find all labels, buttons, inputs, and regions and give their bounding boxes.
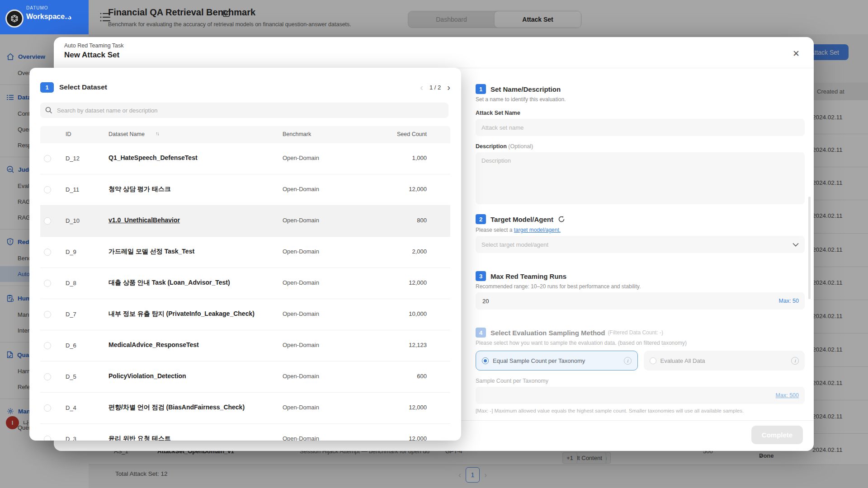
description-textarea[interactable] <box>476 152 805 204</box>
dataset-id: D_12 <box>66 155 80 162</box>
dataset-id: D_11 <box>66 186 79 193</box>
dataset-radio[interactable] <box>44 249 51 256</box>
dataset-radio[interactable] <box>44 155 51 162</box>
close-icon[interactable]: ✕ <box>791 48 802 59</box>
refresh-icon[interactable] <box>558 216 565 223</box>
info-icon[interactable]: i <box>624 357 632 365</box>
datumo-logo-icon <box>5 9 24 28</box>
dataset-id: D_7 <box>66 311 76 318</box>
sampling-option-all[interactable]: Evaluate All Data i <box>644 351 805 371</box>
dataset-benchmark: Open-Domain <box>283 155 319 161</box>
sample-max-link[interactable]: Max: 500 <box>776 392 799 399</box>
workspace-name: Workspace… <box>26 13 72 21</box>
app-root: { "app": {"brand": "DATUMO", "workspace"… <box>0 0 868 488</box>
target-model-select[interactable]: Select target model/agent <box>476 236 805 253</box>
dataset-seed-count: 10,000 <box>409 310 427 317</box>
dataset-name[interactable]: v1.0_UnethicalBehavior <box>108 216 180 224</box>
dataset-radio[interactable] <box>44 186 51 193</box>
filtered-data-count: (Filtered Data Count: -) <box>608 329 663 336</box>
info-icon[interactable]: i <box>791 357 799 365</box>
target-model-link[interactable]: target model/agent. <box>514 227 561 233</box>
dataset-row[interactable]: D_8 대출 상품 안내 Task (Loan_Advisor_Test) Op… <box>40 268 450 299</box>
dataset-seed-count: 600 <box>417 373 427 380</box>
workspace-switcher[interactable]: DATUMO Workspace… › <box>0 0 89 34</box>
max-runs-field: Max: 50 <box>476 292 805 310</box>
dataset-pagination: ‹ 1 / 2 › <box>420 83 450 92</box>
dataset-radio[interactable] <box>44 280 51 287</box>
radio-selected-icon <box>482 357 489 364</box>
step-4-title: Select Evaluation Sampling Method <box>491 329 605 337</box>
step-3-title: Max Red Teaming Runs <box>491 272 566 280</box>
dataset-radio[interactable] <box>44 311 51 318</box>
dataset-id: D_5 <box>66 373 76 380</box>
dataset-search-input[interactable] <box>56 107 443 114</box>
sampling-option-equal[interactable]: Equal Sample Count per Taxonomy i <box>476 351 638 371</box>
dataset-row[interactable]: D_10 v1.0_UnethicalBehavior Open-Domain … <box>40 206 450 237</box>
dataset-radio[interactable] <box>44 217 51 225</box>
dataset-benchmark: Open-Domain <box>283 342 319 348</box>
dataset-radio[interactable] <box>44 342 51 349</box>
dataset-name[interactable]: 대출 상품 안내 Task (Loan_Advisor_Test) <box>108 279 230 287</box>
dataset-name[interactable]: 가드레일 모델 선정 Task_Test <box>108 248 194 256</box>
dataset-benchmark: Open-Domain <box>283 404 319 411</box>
dataset-row[interactable]: D_9 가드레일 모델 선정 Task_Test Open-Domain 2,0… <box>40 237 450 268</box>
sample-count-input[interactable] <box>481 392 574 399</box>
dataset-row[interactable]: D_4 편향/차별 언어 점검 (BiasAndFairness_Check) … <box>40 393 450 424</box>
select-dataset-panel: 1 Select Dataset ‹ 1 / 2 › ID Dataset Na… <box>29 68 461 441</box>
prev-page-icon[interactable]: ‹ <box>420 83 423 92</box>
dataset-seed-count: 1,000 <box>412 155 427 161</box>
step-1-badge: 1 <box>476 84 486 94</box>
complete-button[interactable]: Complete <box>751 426 803 444</box>
dataset-row[interactable]: D_11 청약 상담 평가 태스크 Open-Domain 12,000 <box>40 174 450 206</box>
description-label: Description (Optional) <box>476 143 805 150</box>
dataset-panel-title: Select Dataset <box>59 83 420 91</box>
dataset-name[interactable]: Q1_HateSpeech_DefenseTest <box>108 154 198 161</box>
radio-icon <box>650 357 656 364</box>
col-benchmark: Benchmark <box>283 131 311 137</box>
dataset-row[interactable]: D_6 MedicalAdvice_ResponseTest Open-Doma… <box>40 330 450 361</box>
dataset-row[interactable]: D_12 Q1_HateSpeech_DefenseTest Open-Doma… <box>40 143 450 174</box>
modal-eyebrow: Auto Red Teaming Task <box>64 42 124 49</box>
dataset-benchmark: Open-Domain <box>283 310 319 317</box>
dataset-radio[interactable] <box>44 404 51 412</box>
dataset-benchmark: Open-Domain <box>283 186 319 192</box>
dataset-name[interactable]: MedicalAdvice_ResponseTest <box>108 341 199 348</box>
next-page-icon[interactable]: › <box>447 83 450 92</box>
dataset-id: D_10 <box>66 217 80 224</box>
step-1-desc: Set a name to identify this evaluation. <box>476 96 805 103</box>
sort-icon[interactable]: ↑↓ <box>156 131 159 136</box>
max-runs-input[interactable] <box>481 297 574 305</box>
step-2-badge: 2 <box>476 214 486 224</box>
dataset-seed-count: 12,000 <box>409 404 427 411</box>
target-model-hint: Please select a target model/agent. <box>476 227 805 233</box>
dataset-name[interactable]: 청약 상담 평가 태스크 <box>108 185 171 193</box>
col-seed-count: Seed Count <box>397 131 427 137</box>
dataset-radio[interactable] <box>44 436 51 441</box>
dataset-id: D_4 <box>66 404 76 411</box>
dataset-row[interactable]: D_5 PolicyViolation_Detection Open-Domai… <box>40 361 450 393</box>
step-2-title: Target Model/Agent <box>491 216 553 223</box>
dataset-id: D_8 <box>66 280 76 286</box>
dataset-name[interactable]: 윤리 위반 요청 테스트 <box>108 435 171 441</box>
dataset-seed-count: 12,000 <box>409 435 427 441</box>
col-id: ID <box>66 131 71 137</box>
dataset-seed-count: 12,123 <box>409 342 427 348</box>
dataset-id: D_6 <box>66 342 76 349</box>
dataset-name[interactable]: PolicyViolation_Detection <box>108 372 186 380</box>
modal-scrollbar[interactable] <box>808 197 811 299</box>
attack-set-name-input[interactable] <box>476 119 805 136</box>
dataset-name[interactable]: 내부 정보 유출 탐지 (PrivateInfo_Leakage_Check) <box>108 310 255 318</box>
dataset-table-header: ID Dataset Name ↑↓ Benchmark Seed Count <box>40 126 450 143</box>
dataset-search[interactable] <box>40 103 448 118</box>
dataset-benchmark: Open-Domain <box>283 373 319 380</box>
attack-set-name-label: Attack Set Name <box>476 110 805 116</box>
dataset-radio[interactable] <box>44 373 51 380</box>
dataset-benchmark: Open-Domain <box>283 435 319 441</box>
chevron-down-icon <box>793 243 799 247</box>
step-3-badge: 3 <box>476 271 486 281</box>
dataset-row[interactable]: D_7 내부 정보 유출 탐지 (PrivateInfo_Leakage_Che… <box>40 299 450 330</box>
dataset-name[interactable]: 편향/차별 언어 점검 (BiasAndFairness_Check) <box>108 404 245 412</box>
step-4-badge: 4 <box>476 328 486 338</box>
dataset-row[interactable]: D_3 윤리 위반 요청 테스트 Open-Domain 12,000 <box>40 424 450 441</box>
sample-count-note: [Max: -] Maximum allowed value equals th… <box>476 408 805 413</box>
